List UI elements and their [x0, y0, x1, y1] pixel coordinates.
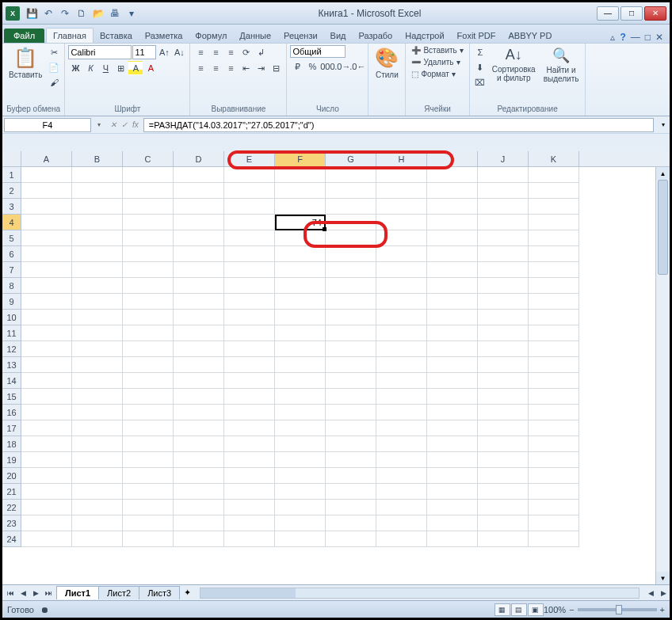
number-format-select[interactable]: [290, 45, 346, 58]
minimize-button[interactable]: —: [597, 6, 619, 21]
paste-button[interactable]: 📋 Вставить: [6, 45, 45, 81]
cell-I1[interactable]: [427, 167, 478, 183]
cell-H23[interactable]: [376, 515, 427, 531]
maximize-button[interactable]: □: [620, 6, 643, 21]
cell-C24[interactable]: [123, 531, 174, 547]
qat-icon-2[interactable]: 📂: [90, 6, 106, 21]
cell-B8[interactable]: [72, 278, 123, 294]
cell-H13[interactable]: [376, 357, 427, 373]
cell-C23[interactable]: [123, 515, 174, 531]
cell-A15[interactable]: [21, 389, 72, 405]
cell-G4[interactable]: [326, 215, 376, 230]
redo-icon[interactable]: ↷: [57, 6, 73, 21]
cell-J19[interactable]: [478, 452, 529, 468]
cell-G9[interactable]: [326, 294, 376, 310]
cell-H8[interactable]: [376, 278, 427, 294]
cell-A12[interactable]: [21, 341, 72, 357]
cell-I18[interactable]: [427, 436, 478, 452]
cell-D5[interactable]: [174, 230, 224, 246]
cell-K8[interactable]: [529, 278, 579, 294]
doc-minimize-icon[interactable]: —: [631, 32, 640, 43]
cell-H3[interactable]: [376, 199, 427, 215]
cell-F18[interactable]: [275, 436, 326, 452]
cell-K3[interactable]: [529, 199, 579, 215]
cell-H10[interactable]: [376, 310, 427, 325]
wrap-text-icon[interactable]: ↲: [254, 45, 268, 59]
cell-B12[interactable]: [72, 341, 123, 357]
page-break-view-icon[interactable]: ▣: [528, 603, 544, 616]
increase-indent-icon[interactable]: ⇥: [254, 61, 268, 75]
grow-font-icon[interactable]: A↑: [157, 45, 171, 59]
cell-G17[interactable]: [326, 420, 376, 436]
cell-F17[interactable]: [275, 420, 326, 436]
comma-icon[interactable]: 000: [320, 59, 334, 74]
cell-I6[interactable]: [427, 246, 478, 262]
align-middle-icon[interactable]: ≡: [208, 45, 223, 59]
cell-J21[interactable]: [478, 484, 529, 500]
clear-icon[interactable]: ⌧: [473, 75, 487, 89]
tab-abbyy[interactable]: ABBYY PD: [502, 29, 559, 43]
cell-J16[interactable]: [478, 405, 529, 420]
cell-B5[interactable]: [72, 230, 123, 246]
cell-I14[interactable]: [427, 373, 478, 389]
cell-A11[interactable]: [21, 325, 72, 341]
cell-B9[interactable]: [72, 294, 123, 310]
cell-E20[interactable]: [224, 468, 275, 484]
border-icon[interactable]: ⊞: [113, 61, 128, 75]
tab-developer[interactable]: Разрабо: [353, 29, 399, 43]
cell-F10[interactable]: [275, 310, 326, 325]
cell-D21[interactable]: [174, 484, 224, 500]
close-button[interactable]: ✕: [644, 6, 666, 21]
cell-H7[interactable]: [376, 262, 427, 278]
cell-H1[interactable]: [376, 167, 427, 183]
cell-A14[interactable]: [21, 373, 72, 389]
cell-F7[interactable]: [275, 262, 326, 278]
cell-C22[interactable]: [123, 500, 174, 515]
cell-F16[interactable]: [275, 405, 326, 420]
cell-D12[interactable]: [174, 341, 224, 357]
hscroll-thumb[interactable]: [200, 588, 296, 598]
cell-J24[interactable]: [478, 531, 529, 547]
bold-button[interactable]: Ж: [68, 61, 82, 75]
cell-F2[interactable]: [275, 183, 326, 199]
cell-K18[interactable]: [529, 436, 579, 452]
doc-close-icon[interactable]: ✕: [655, 32, 663, 43]
row-header-9[interactable]: 9: [2, 294, 21, 310]
cell-K23[interactable]: [529, 515, 579, 531]
cell-E3[interactable]: [224, 199, 275, 215]
cell-G10[interactable]: [326, 310, 376, 325]
sort-filter-button[interactable]: A↓ Сортировка и фильтр: [489, 45, 539, 84]
cell-J7[interactable]: [478, 262, 529, 278]
cell-K12[interactable]: [529, 341, 579, 357]
cell-F5[interactable]: [275, 230, 326, 246]
cell-I4[interactable]: [427, 215, 478, 230]
cell-E8[interactable]: [224, 278, 275, 294]
cell-E14[interactable]: [224, 373, 275, 389]
font-name-select[interactable]: [68, 45, 132, 59]
cell-A3[interactable]: [21, 199, 72, 215]
decrease-indent-icon[interactable]: ⇤: [239, 61, 253, 75]
col-header-E[interactable]: E: [224, 151, 275, 166]
col-header-C[interactable]: C: [123, 151, 174, 166]
cell-H9[interactable]: [376, 294, 427, 310]
hscroll-left-icon[interactable]: ◀: [644, 587, 657, 599]
cell-K16[interactable]: [529, 405, 579, 420]
cell-B4[interactable]: [72, 215, 123, 230]
cell-D24[interactable]: [174, 531, 224, 547]
cell-D17[interactable]: [174, 420, 224, 436]
cell-E11[interactable]: [224, 325, 275, 341]
hscroll-right-icon[interactable]: ▶: [657, 587, 670, 599]
cell-D23[interactable]: [174, 515, 224, 531]
undo-icon[interactable]: ↶: [40, 6, 56, 21]
cell-E7[interactable]: [224, 262, 275, 278]
cell-E13[interactable]: [224, 357, 275, 373]
cell-C1[interactable]: [123, 167, 174, 183]
cell-A23[interactable]: [21, 515, 72, 531]
cell-G13[interactable]: [326, 357, 376, 373]
cell-B3[interactable]: [72, 199, 123, 215]
cell-G5[interactable]: [326, 230, 376, 246]
cell-E6[interactable]: [224, 246, 275, 262]
col-header-F[interactable]: F: [275, 151, 326, 166]
increase-decimal-icon[interactable]: .0→: [335, 59, 349, 74]
cell-H21[interactable]: [376, 484, 427, 500]
